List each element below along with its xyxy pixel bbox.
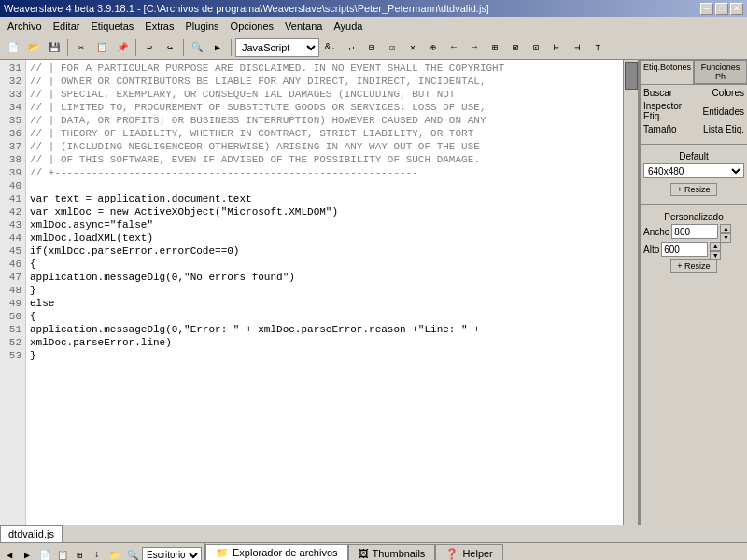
code-line: // | SPECIAL, EXEMPLARY, OR CONSEQUENTIA…: [30, 88, 619, 101]
minimize-button[interactable]: ─: [700, 3, 713, 15]
line-number: 39: [0, 166, 25, 179]
resize-button-2[interactable]: + Resize: [670, 259, 716, 273]
language-selector[interactable]: JavaScript HTML CSS PHP XML: [235, 38, 319, 57]
special-btn11[interactable]: ⊡: [527, 38, 545, 57]
tree-sort-button[interactable]: ↕: [90, 546, 106, 561]
tab-explorer[interactable]: 📁 Explorador de archivos: [205, 544, 348, 560]
code-line: // | DATA, OR PROFITS; OR BUSINESS INTER…: [30, 114, 619, 127]
divider-2: [641, 204, 747, 205]
height-input[interactable]: [661, 242, 708, 257]
menu-ayuda[interactable]: Ayuda: [328, 19, 368, 34]
line-number: 41: [0, 192, 25, 205]
line-number: 35: [0, 114, 25, 127]
find-button[interactable]: 🔍: [188, 38, 206, 57]
line-number: 34: [0, 101, 25, 114]
paste-button[interactable]: 📌: [113, 38, 132, 57]
colors-label: Colores: [712, 88, 744, 98]
tree-folder-button[interactable]: 📁: [107, 546, 123, 561]
tab-funciones[interactable]: Funciones Ph: [694, 60, 747, 84]
special-btn2[interactable]: ↵: [342, 38, 360, 57]
line-number: 45: [0, 245, 25, 258]
entities-label: Entidades: [703, 106, 744, 117]
special-btn10[interactable]: ⊠: [506, 38, 525, 57]
tab-thumbnails[interactable]: 🖼 Thumbnails: [348, 544, 436, 560]
line-number: 43: [0, 218, 25, 231]
code-line: // +------------------------------------…: [30, 166, 619, 179]
line-number: 49: [0, 297, 25, 310]
tree-search-button[interactable]: 🔍: [124, 546, 140, 561]
width-spinner[interactable]: ▲ ▼: [720, 224, 731, 239]
tree-grid-button[interactable]: ⊞: [72, 546, 88, 561]
tree-new-button[interactable]: 📄: [37, 546, 53, 561]
menu-plugins[interactable]: Plugins: [180, 19, 225, 34]
tree-forward-button[interactable]: ▶: [20, 546, 35, 561]
open-button[interactable]: 📂: [24, 38, 43, 57]
right-tabs: Etiq.Botones Funciones Ph: [641, 60, 747, 85]
special-btn5[interactable]: ✕: [403, 38, 422, 57]
special-btn8[interactable]: →: [465, 38, 484, 57]
size-label: Tamaño: [643, 124, 677, 134]
code-line: var xmlDoc = new ActiveXObject("Microsof…: [30, 205, 619, 218]
cut-button[interactable]: ✂: [72, 38, 91, 57]
code-editor[interactable]: 3132333435363738394041424344454647484950…: [0, 60, 640, 525]
default-size-select[interactable]: 640x480 747x560 1024x768: [643, 163, 744, 178]
vertical-scrollbar[interactable]: [623, 60, 638, 525]
resize-button-1[interactable]: + Resize: [670, 183, 716, 196]
code-line: xmlDoc.async="false": [30, 218, 619, 231]
code-line: {: [30, 258, 619, 271]
tree-view-select[interactable]: Escritorio: [142, 547, 202, 561]
menu-extras[interactable]: Extras: [139, 19, 179, 34]
tree-back-button[interactable]: ◀: [2, 546, 18, 561]
search-label: Buscar: [643, 88, 672, 98]
special-btn9[interactable]: ⊞: [486, 38, 504, 57]
close-button[interactable]: ✕: [730, 3, 743, 15]
code-line: }: [30, 349, 619, 362]
menu-opciones[interactable]: Opciones: [225, 19, 279, 34]
divider-1: [641, 144, 747, 145]
line-number: 50: [0, 310, 25, 323]
bottom-tab-bar: dtdvalid.js: [0, 525, 747, 543]
special-btn7[interactable]: ←: [444, 38, 463, 57]
special-btn1[interactable]: &.: [321, 38, 340, 57]
list-label: Lista Etiq.: [703, 124, 744, 134]
special-btn13[interactable]: ⊣: [568, 38, 586, 57]
default-label: Default: [643, 151, 744, 161]
menu-editar[interactable]: Editar: [48, 19, 86, 34]
code-line: xmlDoc.loadXML(text): [30, 231, 619, 245]
special-btn3[interactable]: ⊟: [362, 38, 381, 57]
width-label: Ancho: [643, 227, 669, 237]
height-spinner[interactable]: ▲ ▼: [710, 242, 721, 257]
tab-etiq-botones[interactable]: Etiq.Botones: [641, 60, 694, 84]
width-input[interactable]: [671, 224, 718, 239]
bottom-panel: ◀ ▶ 📄 📋 ⊞ ↕ 📁 🔍 Escritorio ▶📁wavesurfer▶…: [0, 543, 747, 560]
code-line: // | FOR A PARTICULAR PURPOSE ARE DISCLA…: [30, 62, 619, 75]
menu-etiquetas[interactable]: Etiquetas: [85, 19, 139, 34]
code-line: // | (INCLUDING NEGLIGENCEOR OTHERWISE) …: [30, 140, 619, 153]
redo-button[interactable]: ↪: [161, 38, 179, 57]
save-button[interactable]: 💾: [45, 38, 63, 57]
file-tab-bar: 📁 Explorador de archivos 🖼 Thumbnails ❓ …: [205, 543, 747, 560]
undo-button[interactable]: ↩: [140, 38, 159, 57]
bottom-tab-file[interactable]: dtdvalid.js: [0, 525, 63, 542]
new-button[interactable]: 📄: [4, 38, 22, 57]
thumbnails-icon: 🖼: [359, 548, 369, 559]
menu-ventana[interactable]: Ventana: [279, 19, 328, 34]
menu-archivo[interactable]: Archivo: [2, 19, 48, 34]
copy-button[interactable]: 📋: [92, 38, 111, 57]
right-panel: Etiq.Botones Funciones Ph Buscar Colores…: [640, 60, 747, 525]
main-container: 3132333435363738394041424344454647484950…: [0, 60, 747, 525]
height-label: Alto: [643, 245, 659, 255]
file-tree-panel: ◀ ▶ 📄 📋 ⊞ ↕ 📁 🔍 Escritorio ▶📁wavesurfer▶…: [0, 543, 205, 560]
special-btn12[interactable]: ⊢: [547, 38, 566, 57]
code-line: // | LIMITED TO, PROCUREMENT OF SUBSTITU…: [30, 101, 619, 114]
special-btn6[interactable]: ⊕: [424, 38, 443, 57]
maximize-button[interactable]: □: [715, 3, 728, 15]
special-btn4[interactable]: ☑: [383, 38, 402, 57]
tree-copy-button[interactable]: 📋: [54, 546, 70, 561]
special-btn14[interactable]: ⊤: [588, 38, 607, 57]
tab-helper[interactable]: ❓ Helper: [435, 544, 502, 560]
tree-toolbar: ◀ ▶ 📄 📋 ⊞ ↕ 📁 🔍 Escritorio: [0, 543, 204, 560]
separator-2: [135, 39, 136, 56]
code-content[interactable]: // | FOR A PARTICULAR PURPOSE ARE DISCLA…: [26, 60, 623, 525]
run-button[interactable]: ▶: [208, 38, 227, 57]
